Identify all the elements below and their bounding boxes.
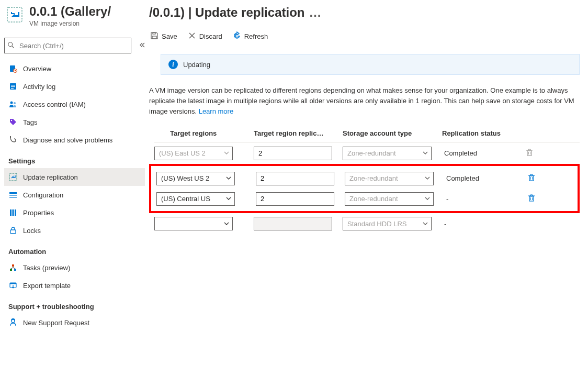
table-row: (US) Central US Zone-redundant -: [156, 189, 572, 209]
svg-point-11: [14, 102, 16, 104]
configuration-icon: [8, 190, 18, 200]
sidebar-label: Export template: [23, 282, 71, 290]
svg-rect-22: [10, 269, 12, 271]
overview-icon: [8, 64, 18, 73]
sidebar-item-properties[interactable]: Properties: [4, 204, 145, 222]
delete-row-button[interactable]: [525, 192, 538, 206]
sidebar-item-locks[interactable]: Locks: [4, 222, 145, 239]
section-automation: Automation: [8, 248, 145, 256]
replica-count-input[interactable]: [256, 172, 334, 185]
delete-row-button[interactable]: [525, 171, 538, 185]
svg-rect-16: [9, 195, 17, 196]
chevron-down-icon: [425, 195, 430, 203]
resource-icon: [6, 6, 23, 23]
region-select: (US) East US 2: [154, 147, 233, 160]
collapse-sidebar-icon[interactable]: [139, 42, 145, 50]
replication-status: -: [442, 220, 523, 228]
sidebar-item-export-template[interactable]: Export template: [4, 276, 145, 294]
region-select[interactable]: [154, 217, 233, 230]
sidebar-label: Configuration: [23, 191, 63, 199]
svg-point-5: [15, 70, 16, 71]
sidebar-label: Activity log: [23, 83, 55, 91]
sidebar-item-tasks[interactable]: Tasks (preview): [4, 259, 145, 276]
highlighted-rows: (US) West US 2 Zone-redundant Completed: [149, 164, 580, 213]
sidebar-label: Tasks (preview): [23, 264, 70, 272]
diagnose-icon: [8, 135, 18, 145]
info-icon: i: [168, 60, 178, 69]
svg-rect-42: [529, 176, 534, 181]
status-banner: i Updating: [161, 54, 580, 75]
refresh-icon: [233, 31, 241, 41]
refresh-button[interactable]: Refresh: [232, 29, 269, 43]
replication-table: Target regions Target region replic… Sto…: [149, 126, 580, 234]
page-subtitle: VM image version: [29, 20, 111, 27]
search-box[interactable]: [4, 38, 131, 53]
sidebar-label: New Support Request: [23, 319, 89, 327]
sidebar-label: Tags: [23, 118, 37, 126]
replica-count-input[interactable]: [254, 147, 332, 160]
sidebar-item-overview[interactable]: Overview: [4, 60, 145, 78]
discard-button[interactable]: Discard: [187, 29, 223, 43]
sidebar-label: Update replication: [23, 173, 78, 181]
col-replicas: Target region replic…: [254, 129, 343, 137]
svg-rect-32: [153, 32, 155, 34]
sidebar-item-tags[interactable]: Tags: [4, 113, 145, 131]
section-support: Support + troubleshooting: [8, 303, 145, 311]
replication-status: -: [444, 195, 525, 203]
sidebar-item-access-control[interactable]: Access control (IAM): [4, 95, 145, 113]
col-target-regions: Target regions: [154, 129, 254, 137]
storage-type-select[interactable]: Zone-redundant: [345, 172, 434, 185]
svg-rect-13: [10, 136, 11, 138]
sidebar-label: Overview: [23, 65, 51, 73]
sidebar-label: Diagnose and solve problems: [23, 136, 112, 144]
delete-row-button: [523, 146, 536, 160]
svg-point-10: [10, 102, 13, 104]
replica-count-input: [254, 217, 332, 230]
sidebar-item-configuration[interactable]: Configuration: [4, 186, 145, 204]
tags-icon: [8, 117, 18, 127]
replica-count-input[interactable]: [256, 192, 334, 206]
svg-line-26: [11, 268, 13, 269]
sidebar-label: Locks: [23, 227, 41, 235]
activity-log-icon: [8, 82, 18, 91]
svg-rect-23: [14, 269, 16, 271]
svg-point-12: [11, 120, 12, 121]
sidebar-item-update-replication[interactable]: Update replication: [4, 168, 145, 186]
svg-rect-49: [529, 196, 534, 201]
chevron-down-icon: [224, 149, 229, 157]
replication-status: Completed: [444, 174, 525, 182]
svg-rect-19: [13, 209, 14, 216]
svg-rect-7: [11, 85, 15, 85]
tasks-icon: [8, 263, 18, 272]
chevron-down-icon: [226, 174, 231, 182]
storage-type-select[interactable]: Standard HDD LRS: [343, 217, 432, 230]
sidebar-label: Access control (IAM): [23, 101, 86, 108]
page-title-right: /0.0.1) | Update replication…: [149, 5, 580, 20]
svg-rect-24: [12, 264, 14, 267]
table-row: (US) West US 2 Zone-redundant Completed: [156, 168, 572, 189]
search-icon: [7, 41, 15, 50]
command-bar: Save Discard Refresh: [149, 24, 580, 54]
sidebar-item-new-support-request[interactable]: New Support Request: [4, 314, 145, 331]
svg-rect-35: [527, 151, 532, 156]
table-row: Standard HDD LRS -: [154, 214, 580, 234]
search-input[interactable]: [4, 38, 131, 53]
section-settings: Settings: [8, 157, 145, 165]
region-select[interactable]: (US) Central US: [156, 192, 235, 206]
svg-rect-21: [10, 230, 16, 234]
sidebar-item-diagnose[interactable]: Diagnose and solve problems: [4, 131, 145, 149]
more-actions-button[interactable]: …: [309, 5, 322, 19]
chevron-down-icon: [423, 220, 428, 228]
access-control-icon: [8, 99, 18, 109]
region-select[interactable]: (US) West US 2: [156, 172, 235, 185]
storage-type-select[interactable]: Zone-redundant: [345, 192, 434, 206]
col-status: Replication status: [442, 129, 523, 137]
learn-more-link[interactable]: Learn more: [199, 107, 233, 115]
properties-icon: [8, 208, 18, 217]
storage-type-select[interactable]: Zone-redundant: [343, 147, 432, 160]
status-text: Updating: [183, 61, 210, 69]
chevron-down-icon: [224, 220, 229, 228]
save-button[interactable]: Save: [149, 29, 178, 43]
chevron-down-icon: [425, 174, 430, 182]
sidebar-item-activity-log[interactable]: Activity log: [4, 78, 145, 95]
